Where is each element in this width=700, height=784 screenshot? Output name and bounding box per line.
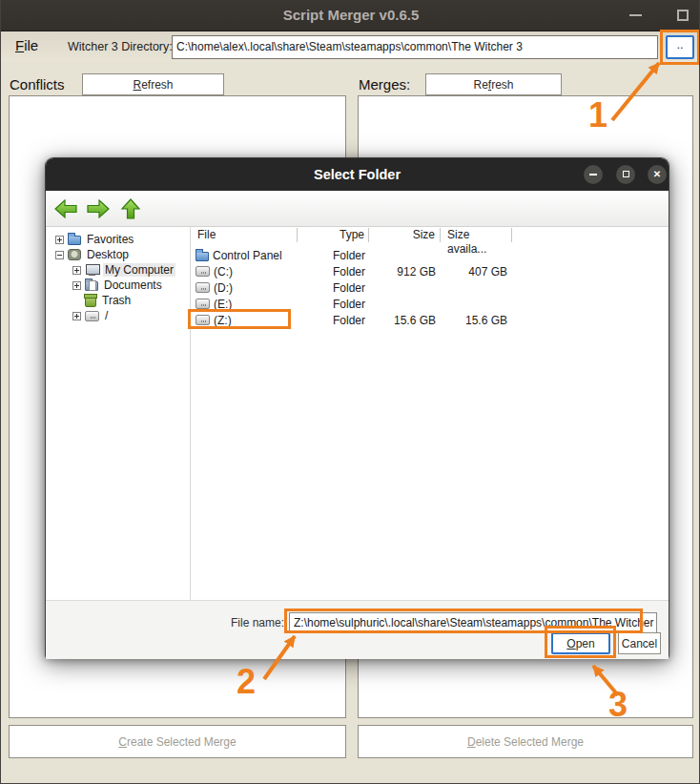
tree-item-trash[interactable]: Trash [46, 293, 190, 308]
file-row-c[interactable]: (C:)Folder912 GB407 GB [191, 263, 669, 279]
drive-icon [196, 299, 210, 309]
documents-icon [85, 281, 98, 291]
cancel-button[interactable]: Cancel [618, 632, 661, 654]
script-merger-window: Script Merger v0.6.5 File Witcher 3 Dire… [0, 0, 700, 784]
collapse-icon[interactable] [55, 251, 64, 259]
open-button[interactable]: Open [551, 632, 610, 654]
file-row-e[interactable]: (E:)Folder [191, 296, 669, 312]
witcher-directory-input[interactable]: C:\home\alex\.local\share\Steam\steamapp… [172, 35, 658, 59]
drive-icon [196, 282, 210, 293]
expand-icon[interactable] [55, 236, 64, 244]
column-header-file[interactable]: File [191, 228, 298, 242]
forward-arrow-icon[interactable] [86, 197, 111, 220]
desktop-icon [68, 249, 81, 260]
conflicts-label: Conflicts [10, 76, 65, 93]
main-titlebar: Script Merger v0.6.5 [1, 0, 700, 31]
up-arrow-icon[interactable] [118, 197, 143, 220]
maximize-icon[interactable] [677, 10, 689, 21]
file-list[interactable]: FileTypeSizeSize availa... Control Panel… [191, 227, 669, 600]
dialog-toolbar [46, 191, 669, 227]
back-arrow-icon[interactable] [53, 197, 78, 220]
file-cell-name: (Z:) [191, 314, 298, 327]
expand-icon[interactable] [72, 281, 81, 290]
file-list-rows: Control PanelFolder(C:)Folder912 GB407 G… [191, 247, 669, 328]
witcher-directory-label: Witcher 3 Directory: [68, 40, 173, 53]
main-window-title: Script Merger v0.6.5 [283, 7, 420, 23]
column-header-size-availa[interactable]: Size availa... [441, 228, 512, 242]
tree-item-my-computer[interactable]: My Computer [46, 262, 190, 278]
file-name-input[interactable]: Z:\home\sulphuric\.local\share\Steam\ste… [289, 612, 657, 633]
file-cell-type: Folder [298, 265, 369, 279]
select-folder-dialog: Select Folder ✕ FavoritesDeskt [45, 157, 669, 658]
file-name-text: (Z:) [214, 314, 232, 327]
drive-icon [196, 266, 210, 277]
file-cell-type: Folder [298, 249, 369, 262]
file-cell-name: (D:) [191, 281, 298, 295]
tree-item-documents[interactable]: Documents [46, 278, 190, 293]
file-row-control-panel[interactable]: Control PanelFolder [191, 247, 669, 263]
folder-icon [196, 252, 209, 261]
file-name-text: Control Panel [213, 249, 282, 262]
witcher-directory-value: C:\home\alex\.local\share\Steam\steamapp… [176, 40, 523, 53]
delete-selected-merge-button[interactable]: Delete Selected Merge [358, 725, 693, 758]
folder-tree[interactable]: FavoritesDesktopMy ComputerDocumentsTras… [46, 227, 191, 600]
folder-icon [68, 236, 81, 245]
file-cell-type: Folder [298, 281, 369, 295]
file-cell-size-available: 15.6 GB [441, 314, 512, 327]
dialog-title: Select Folder [314, 167, 401, 182]
file-name-value: Z:\home\sulphuric\.local\share\Steam\ste… [294, 616, 657, 629]
conflicts-refresh-button[interactable]: Refresh [82, 73, 224, 95]
file-cell-name: Control Panel [191, 249, 298, 262]
tree-item-label: / [103, 309, 110, 322]
tree-item-label: Favorites [85, 233, 135, 246]
file-cell-name: (E:) [191, 298, 298, 311]
file-list-header: FileTypeSizeSize availa... [191, 227, 669, 243]
dialog-close-icon[interactable]: ✕ [648, 165, 667, 184]
column-header-type[interactable]: Type [298, 228, 369, 242]
tree-item-label: Documents [102, 279, 164, 292]
tree-item-desktop[interactable]: Desktop [46, 247, 190, 262]
file-cell-size: 912 GB [369, 265, 441, 279]
merges-label: Merges: [359, 76, 410, 93]
drive-icon [196, 315, 210, 325]
dialog-titlebar: Select Folder ✕ [46, 158, 669, 191]
dialog-maximize-icon[interactable] [616, 165, 635, 184]
merges-refresh-button[interactable]: Refresh [425, 73, 562, 95]
tree-item-label: Trash [100, 294, 133, 307]
dialog-minimize-icon[interactable] [584, 165, 603, 184]
file-cell-size-available: 407 GB [441, 265, 512, 279]
tree-item-label: Desktop [85, 248, 131, 261]
minimize-icon[interactable] [629, 14, 642, 16]
file-name-label: File name: [189, 616, 284, 629]
file-cell-size: 15.6 GB [369, 314, 441, 327]
tree-item-favorites[interactable]: Favorites [46, 232, 190, 247]
tree-item-label: My Computer [103, 263, 175, 277]
file-name-text: (C:) [214, 265, 233, 279]
file-name-text: (D:) [214, 281, 233, 295]
trash-icon [85, 296, 96, 307]
column-header-size[interactable]: Size [369, 228, 441, 242]
create-selected-merge-button[interactable]: Create Selected Merge [9, 725, 346, 758]
file-cell-type: Folder [298, 314, 369, 327]
tree-item-root[interactable]: / [46, 308, 190, 323]
expand-icon[interactable] [72, 266, 81, 275]
file-cell-type: Folder [298, 298, 369, 311]
file-name-text: (E:) [214, 298, 232, 311]
browse-directory-button[interactable]: .. [666, 35, 694, 59]
drive-icon [85, 311, 99, 321]
file-row-d[interactable]: (D:)Folder [191, 279, 669, 296]
menu-file[interactable]: File [15, 37, 38, 53]
file-row-z[interactable]: (Z:)Folder15.6 GB15.6 GB [191, 312, 669, 328]
computer-icon [85, 264, 99, 276]
expand-icon[interactable] [72, 312, 81, 320]
file-cell-name: (C:) [191, 265, 298, 279]
dialog-content: FavoritesDesktopMy ComputerDocumentsTras… [46, 227, 669, 600]
